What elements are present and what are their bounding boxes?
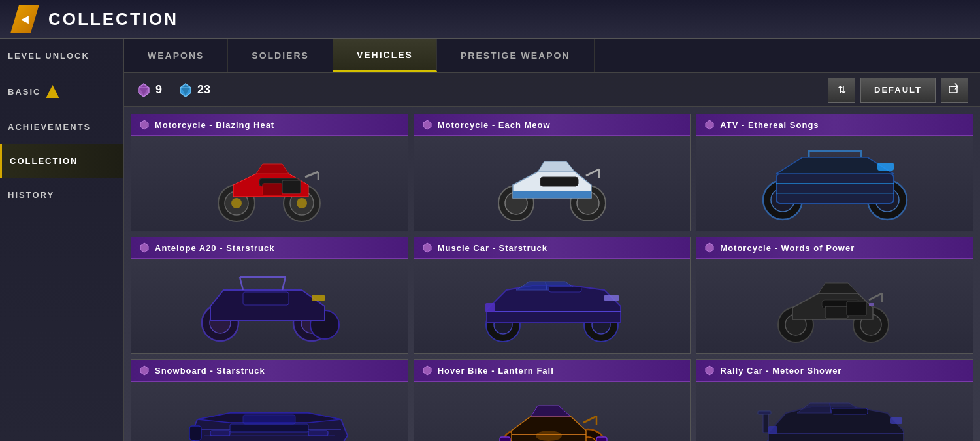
vehicle-card-snowboard-starstruck[interactable]: Snowboard - Starstruck	[131, 359, 408, 441]
tab-vehicles[interactable]: VEHICLES	[333, 39, 437, 72]
content-area: WEAPONS SOLDIERS VEHICLES PRESTIGE WEAPO…	[124, 39, 980, 441]
vehicle-card-atv-ethereal-songs[interactable]: ATV - Ethereal Songs	[696, 114, 973, 231]
vehicle-image-area	[131, 259, 408, 353]
svg-line-14	[305, 172, 318, 177]
vehicle-card-hover-bike-lantern-fall[interactable]: Hover Bike - Lantern Fall	[414, 359, 691, 441]
vehicle-card-header: Rally Car - Meteor Shower	[696, 360, 973, 382]
share-button[interactable]	[941, 78, 968, 103]
filter-bar: 9 23 ⇅ DEFAULT	[124, 73, 980, 107]
svg-rect-74	[243, 415, 295, 424]
vehicle-name: Rally Car - Meteor Shower	[720, 366, 841, 376]
vehicle-card-rally-car-meteor-shower[interactable]: Rally Car - Meteor Shower	[696, 359, 973, 441]
vehicle-card-header: ATV - Ethereal Songs	[696, 114, 973, 136]
sidebar-item-history[interactable]: HISTORY	[0, 178, 123, 212]
svg-marker-28	[706, 120, 713, 129]
tab-weapons[interactable]: WEAPONS	[124, 39, 228, 72]
svg-line-83	[583, 416, 596, 423]
svg-line-43	[240, 277, 243, 290]
vehicle-grid-wrapper[interactable]: Motorcycle - Blazing Heat	[124, 107, 980, 441]
svg-rect-75	[210, 431, 230, 436]
svg-marker-77	[423, 366, 431, 375]
svg-rect-57	[485, 303, 495, 312]
svg-rect-72	[189, 426, 201, 440]
sidebar-label-level-unlock: LEVEL UNLOCK	[8, 51, 90, 61]
sort-button[interactable]: ⇅	[828, 78, 855, 103]
tab-prestige-weapon[interactable]: PRESTIGE WEAPON	[437, 39, 595, 72]
vehicle-card-muscle-car-starstruck[interactable]: Muscle Car - Starstruck	[414, 237, 691, 354]
vehicle-card-motorcycle-words-of-power[interactable]: Motorcycle - Words of Power	[696, 237, 973, 354]
vehicle-gem-icon	[422, 365, 433, 376]
vehicle-gem-icon	[422, 242, 433, 253]
vehicle-name: Antelope A20 - Starstruck	[155, 243, 274, 253]
svg-marker-69	[140, 366, 148, 375]
back-arrow-icon: ◄	[18, 12, 31, 27]
tab-soldiers[interactable]: SOLDIERS	[228, 39, 333, 72]
vehicle-image-area	[414, 259, 691, 353]
rally-car-image	[750, 390, 920, 442]
back-button[interactable]: ◄	[10, 5, 39, 33]
vehicle-image-area	[414, 382, 691, 441]
sidebar-label-basic: BASIC	[8, 87, 41, 97]
vehicle-card-header: Motorcycle - Words of Power	[696, 237, 973, 259]
svg-marker-37	[140, 243, 148, 252]
snowboard-image	[178, 390, 361, 442]
vehicle-image-area	[696, 259, 973, 353]
vehicle-card-header: Muscle Car - Starstruck	[414, 237, 691, 259]
svg-point-85	[536, 431, 562, 441]
blue-gem-counter: 23	[178, 82, 210, 98]
svg-rect-54	[549, 287, 581, 292]
sidebar-item-achievements[interactable]: ACHIEVEMENTS	[0, 110, 123, 144]
svg-rect-98	[890, 417, 902, 424]
svg-line-25	[586, 169, 599, 176]
motorcycle-words-of-power-image	[763, 267, 907, 346]
svg-marker-88	[706, 366, 713, 375]
tab-bar: WEAPONS SOLDIERS VEHICLES PRESTIGE WEAPO…	[124, 39, 980, 73]
svg-marker-8	[140, 120, 148, 129]
svg-rect-6	[949, 86, 957, 93]
vehicle-gem-icon	[704, 120, 715, 130]
svg-rect-27	[540, 177, 578, 186]
vehicle-gem-icon	[139, 120, 150, 130]
svg-rect-73	[230, 424, 308, 432]
vehicle-gem-icon	[704, 242, 715, 253]
vehicle-card-header: Motorcycle - Blazing Heat	[131, 114, 408, 136]
purple-gem-count: 9	[155, 83, 162, 97]
sidebar-label-history: HISTORY	[8, 190, 54, 200]
svg-line-44	[282, 277, 286, 290]
svg-marker-48	[423, 243, 431, 252]
svg-line-64	[869, 293, 882, 300]
filter-actions: ⇅ DEFAULT	[828, 78, 968, 103]
sidebar-item-collection[interactable]: COLLECTION	[0, 144, 123, 178]
vehicle-name: Motorcycle - Blazing Heat	[155, 120, 274, 130]
default-button[interactable]: DEFAULT	[860, 78, 936, 103]
motorcycle-each-meow-image	[480, 144, 624, 223]
motorcycle-blazing-heat-image	[197, 144, 341, 223]
sidebar: LEVEL UNLOCK BASIC ACHIEVEMENTS COLLECTI…	[0, 39, 124, 441]
vehicle-card-header: Antelope A20 - Starstruck	[131, 237, 408, 259]
sidebar-label-achievements: ACHIEVEMENTS	[8, 122, 91, 132]
atv-ethereal-songs-image	[750, 144, 920, 223]
svg-point-17	[231, 198, 242, 208]
vehicle-card-motorcycle-each-meow[interactable]: Motorcycle - Each Meow	[414, 114, 691, 231]
sidebar-item-level-unlock[interactable]: LEVEL UNLOCK	[0, 39, 123, 73]
svg-rect-96	[763, 413, 768, 433]
sidebar-item-basic[interactable]: BASIC	[0, 73, 123, 110]
svg-rect-16	[263, 184, 282, 195]
svg-rect-36	[877, 163, 894, 171]
svg-marker-20	[423, 120, 431, 129]
vehicle-image-area	[131, 382, 408, 441]
sidebar-label-collection: COLLECTION	[10, 156, 78, 166]
svg-rect-87	[596, 437, 607, 442]
purple-gem-counter: 9	[136, 82, 162, 98]
vehicle-name: Snowboard - Starstruck	[155, 366, 265, 376]
hover-bike-image	[474, 390, 630, 442]
vehicle-gem-icon	[422, 120, 433, 130]
main-layout: LEVEL UNLOCK BASIC ACHIEVEMENTS COLLECTI…	[0, 39, 980, 441]
vehicle-card-motorcycle-blazing-heat[interactable]: Motorcycle - Blazing Heat	[131, 114, 408, 231]
svg-rect-86	[500, 437, 510, 442]
antelope-a20-image	[191, 267, 348, 346]
vehicle-name: Muscle Car - Starstruck	[438, 243, 547, 253]
vehicle-card-antelope-a20-starstruck[interactable]: Antelope A20 - Starstruck	[131, 237, 408, 354]
vehicle-card-header: Motorcycle - Each Meow	[414, 114, 691, 136]
vehicle-image-area	[696, 382, 973, 441]
